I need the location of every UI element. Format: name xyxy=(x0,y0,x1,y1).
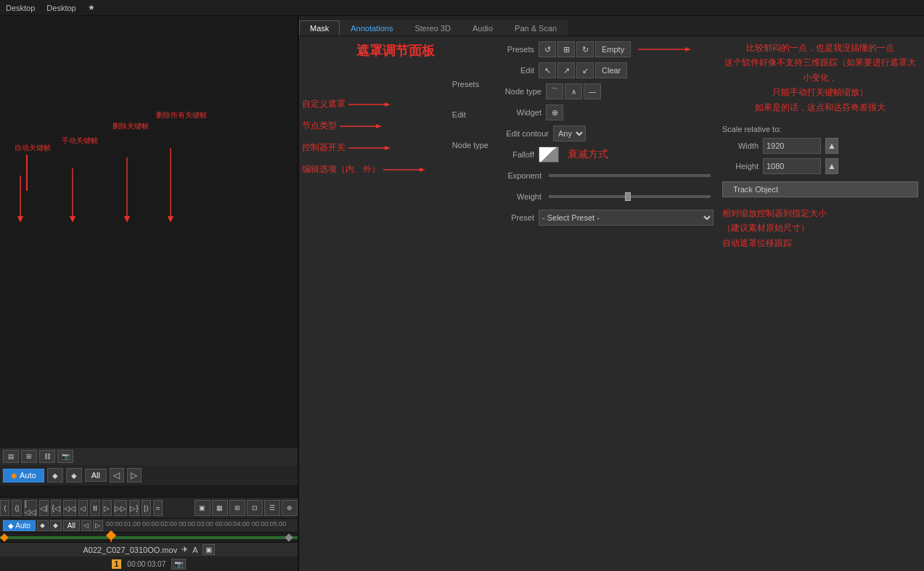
time-display: 1 00:00:03:07 📷 xyxy=(0,556,298,571)
edit-cursor-btn[interactable]: ↖ xyxy=(539,62,556,78)
all-btn2[interactable]: All xyxy=(63,520,80,531)
top-bar-pin[interactable]: ★ xyxy=(88,3,95,12)
clip-thumbnail-icon: 📷 xyxy=(171,559,186,570)
annotation-edit-options: 编辑选项（内、外） xyxy=(302,163,427,176)
start-marker xyxy=(0,533,8,541)
preset-copy-btn[interactable]: ⊞ xyxy=(557,41,575,57)
keyframe-next-btn[interactable]: ◆ xyxy=(66,468,82,482)
node-sharp-btn[interactable]: — xyxy=(584,83,601,99)
node-smooth-btn[interactable]: ∧ xyxy=(565,83,582,99)
play-pause-btn[interactable]: ⏸ xyxy=(90,500,99,516)
go-back-btn[interactable]: ⟨| xyxy=(12,500,21,516)
auto-keyframe-btn[interactable]: ◆ Auto xyxy=(3,469,44,482)
top-bar-item-2[interactable]: Desktop xyxy=(46,4,75,12)
next-frame-btn2[interactable]: ▷▷ xyxy=(114,500,127,516)
next-keyframe-btn[interactable]: ▷} xyxy=(129,500,139,516)
prev-btn2[interactable]: ◁ xyxy=(81,520,91,531)
main-layout: 自动关键帧 手动关键帧 删除关键帧 删除所有关键帧 xyxy=(0,16,924,571)
timecode: 00:00:03:07 xyxy=(127,560,165,568)
prev-keyframe-btn[interactable]: {◁ xyxy=(51,500,60,516)
tab-stereo3d[interactable]: Stereo 3D xyxy=(404,20,462,36)
width-row: Width ▲ xyxy=(722,138,918,154)
widget-btn[interactable]: ⊕ xyxy=(546,104,563,120)
node-type-row: Node type ⌒ ∧ — xyxy=(494,83,714,100)
green-bar xyxy=(0,536,298,539)
view-icon-4[interactable]: ⊡ xyxy=(247,500,263,516)
preset-row-label: Preset xyxy=(494,213,534,222)
kf-btn3[interactable]: ◆ xyxy=(50,520,62,531)
icon-filmstrip[interactable]: ▤ xyxy=(3,450,19,463)
comment-zh: 比较郁闷的一点，也是我没搞懂的一点 这个软件好像不支持三维跟踪（如果要进行遮罩大… xyxy=(722,41,918,115)
preset-select[interactable]: - Select Preset - xyxy=(539,210,714,226)
prev-frame-btn[interactable]: ◁ xyxy=(110,468,124,482)
all-btn[interactable]: All xyxy=(85,469,107,482)
tab-pan-scan[interactable]: Pan & Scan xyxy=(504,20,568,36)
edit-add-btn[interactable]: ↗ xyxy=(557,62,575,78)
go-to-start-btn[interactable]: ⟨ xyxy=(0,500,9,516)
height-input[interactable] xyxy=(763,158,821,174)
view-icon-1[interactable]: ▣ xyxy=(195,500,210,516)
kf-btn2[interactable]: ◆ xyxy=(37,520,49,531)
filename-icon-2: A xyxy=(192,546,197,554)
mask-controls-middle: Presets ↺ ⊞ ↻ Empty Edit xyxy=(491,36,716,197)
view-icon-3[interactable]: ⊞ xyxy=(229,500,245,516)
edit-del-btn[interactable]: ↙ xyxy=(576,62,594,78)
edit-contour-select[interactable]: Any xyxy=(553,126,586,141)
view-icon-2[interactable]: ▦ xyxy=(212,500,228,516)
icon-camera[interactable]: 📷 xyxy=(57,450,73,463)
auto-kf-btn2[interactable]: ◆ Auto xyxy=(3,520,36,531)
empty-btn[interactable]: Empty xyxy=(595,41,631,57)
annotation-node-type: 节点类型 xyxy=(302,120,383,132)
tab-mask[interactable]: Mask xyxy=(299,20,340,36)
video-area: 自动关键帧 手动关键帧 删除关键帧 删除所有关键帧 xyxy=(0,16,298,497)
comment2-zh: 相对缩放控制器到指定大小 （建议素材原始尺寸） 自动遮罩位移跟踪 xyxy=(722,206,918,250)
icon-chain[interactable]: ⛓ xyxy=(39,450,55,463)
annotation-custom-mask: 自定义遮罩 xyxy=(302,98,392,110)
height-spin-up[interactable]: ▲ xyxy=(825,158,838,174)
timeline-ruler: ◆ Auto ◆ ◆ All ◁ ▷ 00:00:01:00 00:00:02:… xyxy=(0,519,298,532)
width-input[interactable] xyxy=(763,138,821,154)
trim-start-btn[interactable]: |◁◁ xyxy=(24,500,37,516)
playhead[interactable] xyxy=(110,533,112,542)
scale-label: Scale relative to: xyxy=(722,125,918,133)
extra-btn[interactable]: ≈ xyxy=(153,500,163,516)
icon-grid[interactable]: ⊞ xyxy=(21,450,37,463)
play-btn[interactable]: ▷ xyxy=(102,500,112,516)
preset-reset-btn[interactable]: ↺ xyxy=(539,41,556,57)
tab-annotations[interactable]: Annotations xyxy=(340,20,404,36)
track-object-btn[interactable]: Track Object xyxy=(722,181,918,197)
exponent-slider[interactable] xyxy=(549,174,711,177)
view-icon-6[interactable]: ⊕ xyxy=(282,500,298,516)
trim-end-btn[interactable]: ◁| xyxy=(39,500,49,516)
preset-row: Preset - Select Preset - xyxy=(494,209,714,226)
annotation-arrows-svg xyxy=(0,16,298,497)
keyframe-prev-btn[interactable]: ◆ xyxy=(47,468,63,482)
presets-row: Presets ↺ ⊞ ↻ Empty xyxy=(494,41,714,58)
next-frame-btn[interactable]: ▷ xyxy=(127,468,142,482)
prev-frame-btn2[interactable]: ◁◁ xyxy=(63,500,76,516)
view-icon-5[interactable]: ☰ xyxy=(264,500,280,516)
preset-refresh-btn[interactable]: ↻ xyxy=(576,41,594,57)
svg-marker-9 xyxy=(376,124,382,128)
width-label: Width xyxy=(722,141,759,150)
top-bar-item-1[interactable]: Desktop xyxy=(6,4,35,12)
node-type-label: Node type xyxy=(494,87,541,96)
arrow-right-1 xyxy=(348,100,392,109)
tab-audio[interactable]: Audio xyxy=(462,20,504,36)
edit-contour-row: Edit contour Any xyxy=(494,125,714,142)
falloff-row: Falloff 衰减方式 xyxy=(494,146,714,163)
width-spin-up[interactable]: ▲ xyxy=(825,138,838,154)
next-btn2[interactable]: ▷ xyxy=(93,520,103,531)
annotation-del-all-keys: 删除所有关键帧 xyxy=(156,110,207,120)
clear-btn[interactable]: Clear xyxy=(595,62,627,78)
falloff-icon[interactable] xyxy=(539,147,559,163)
weight-handle xyxy=(625,192,631,201)
arrow-right-3 xyxy=(348,144,392,152)
go-to-end-btn[interactable]: |⟩ xyxy=(142,500,151,516)
clip-number: 1 xyxy=(112,559,122,569)
node-linear-btn[interactable]: ⌒ xyxy=(546,83,563,99)
svg-marker-13 xyxy=(420,168,425,172)
weight-slider[interactable] xyxy=(549,195,711,198)
left-video-preview: 自动关键帧 手动关键帧 删除关键帧 删除所有关键帧 xyxy=(0,16,298,497)
step-back-btn[interactable]: ◁ xyxy=(78,500,88,516)
